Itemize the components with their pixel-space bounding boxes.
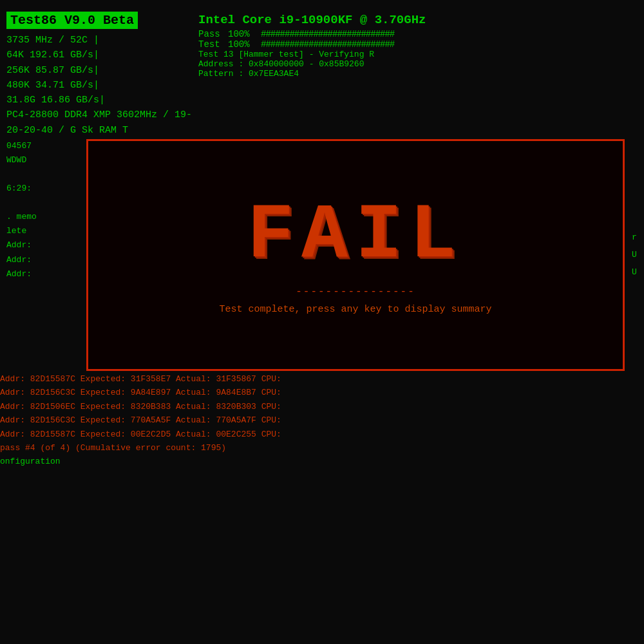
right-u1: U	[632, 246, 637, 263]
right-panel: Intel Core i9-10900KF @ 3.70GHz Pass 100…	[193, 12, 644, 79]
right-side-col: r U U	[625, 139, 644, 371]
error-row-1: Addr: 82D156C3C Expected: 9A84E897 Actua…	[0, 386, 644, 399]
fail-dashes: ----------------	[296, 286, 415, 298]
test-pct: 100%	[228, 39, 257, 50]
test-line: Test 13 [Hammer test] - Verifying R	[198, 50, 644, 59]
top-bar: Test86 V9.0 Beta 3735 MHz / 52C | 64K 19…	[0, 0, 644, 138]
right-r: r	[632, 229, 637, 246]
stat-row-5: 31.8G 16.86 GB/s|	[6, 93, 193, 108]
cpu-title: Intel Core i9-10900KF @ 3.70GHz	[198, 12, 644, 29]
mid-left-line-9: Addr:	[6, 267, 84, 281]
mid-left-line-5: . memo	[6, 210, 84, 224]
fail-message: Test complete, press any key to display …	[219, 304, 491, 315]
mid-left-line-2	[6, 167, 84, 182]
pass-hashes: ############################	[261, 29, 394, 39]
stat-row-4: 480K 34.71 GB/s|	[6, 78, 193, 93]
pattern-line: Pattern : 0x7EEA3AE4	[198, 69, 644, 79]
test-hashes: ############################	[261, 39, 394, 50]
right-u2: U	[632, 263, 637, 281]
fail-box: FAIL ---------------- Test complete, pre…	[86, 139, 625, 371]
screen: { "app": { "title": "Test86 V9.0 Beta", …	[0, 0, 644, 644]
mid-left-line-0: 04567	[6, 139, 84, 153]
mid-left-line-3: 6:29:	[6, 182, 84, 196]
fail-label: FAIL	[247, 197, 464, 274]
mid-left: 04567 WDWD 6:29: . memo lete Addr: Addr:…	[0, 139, 84, 371]
mid-left-line-6: lete	[6, 224, 84, 238]
stat-row-2: 64K 192.61 GB/s|	[6, 48, 193, 62]
stat-row-1: 3735 MHz / 52C |	[6, 33, 193, 48]
error-row-3: Addr: 82D156C3C Expected: 770A5A5F Actua…	[0, 413, 644, 427]
mid-left-line-7: Addr:	[6, 238, 84, 252]
test-label: Test	[198, 39, 224, 50]
stat-row-3: 256K 85.87 GB/s|	[6, 63, 193, 78]
addr-line: Address : 0x840000000 - 0x85B9260	[198, 59, 644, 69]
mid-left-line-8: Addr:	[6, 253, 84, 267]
left-panel: Test86 V9.0 Beta 3735 MHz / 52C | 64K 19…	[0, 12, 193, 138]
pass-pct: 100%	[228, 29, 257, 39]
config-line: onfiguration	[0, 455, 644, 468]
error-section: Addr: 82D15587C Expected: 31F358E7 Actua…	[0, 371, 644, 469]
mid-left-text: 04567 WDWD 6:29: . memo lete Addr: Addr:…	[6, 139, 84, 281]
pass-label: Pass	[198, 29, 224, 39]
ram-line: PC4-28800 DDR4 XMP 3602MHz / 19-20-20-40…	[6, 108, 193, 138]
mid-left-line-4	[6, 196, 84, 210]
error-row-4: Addr: 82D15587C Expected: 00E2C2D5 Actua…	[0, 428, 644, 441]
test-row: Test 100% ############################	[198, 39, 644, 50]
error-row-2: Addr: 82D1506EC Expected: 8320B383 Actua…	[0, 400, 644, 413]
mid-left-line-1: WDWD	[6, 153, 84, 167]
pass-row: Pass 100% ############################	[198, 29, 644, 39]
fail-area: FAIL ---------------- Test complete, pre…	[84, 139, 644, 371]
app-title: Test86 V9.0 Beta	[6, 12, 138, 29]
bottom-line: pass #4 (of 4) (Cumulative error count: …	[0, 441, 644, 455]
error-row-0: Addr: 82D15587C Expected: 31F358E7 Actua…	[0, 372, 644, 386]
left-stats: 3735 MHz / 52C | 64K 192.61 GB/s| 256K 8…	[6, 33, 193, 138]
